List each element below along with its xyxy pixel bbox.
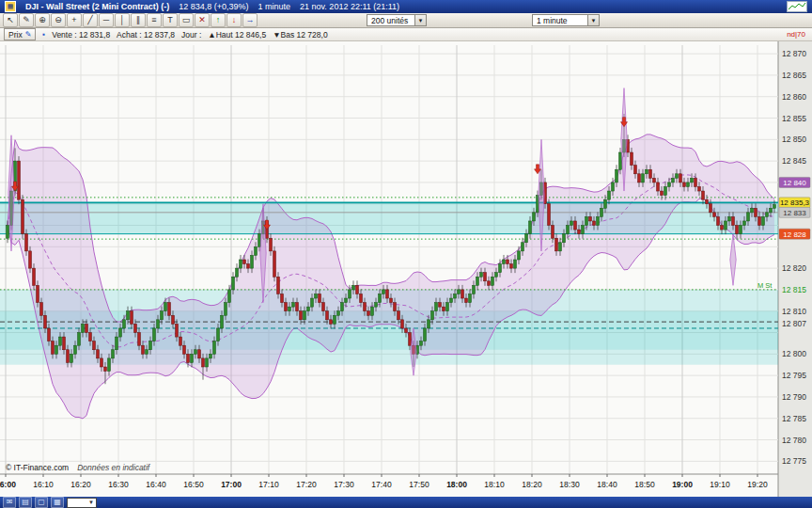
indicator-tag[interactable]: nd|70 <box>787 30 808 39</box>
svg-text:12 810: 12 810 <box>782 307 806 316</box>
chart-thumbnail-icon[interactable] <box>787 1 807 12</box>
bottom-taskbar: ✉▤▢▦ ▼ <box>0 497 812 508</box>
quote-achat: Achat : 12 837,8 <box>117 30 175 40</box>
svg-text:12 850: 12 850 <box>782 135 806 144</box>
tool-crosshair-icon[interactable]: + <box>67 13 82 27</box>
quote-bar: Prix ✎ ▪ Vente : 12 831,8 Achat : 12 837… <box>0 28 812 41</box>
svg-text:19:10: 19:10 <box>710 480 730 489</box>
price-scale-label: Prix <box>8 30 23 40</box>
quote-haut: ▲Haut 12 846,5 <box>208 30 266 40</box>
svg-text:12 795: 12 795 <box>782 371 806 380</box>
price-scale-button[interactable]: Prix ✎ <box>4 28 36 40</box>
quote-vente: Vente : 12 831,8 <box>52 30 110 40</box>
svg-text:12 845: 12 845 <box>782 156 806 166</box>
tool-delete-icon[interactable]: ✕ <box>195 13 210 27</box>
window-title-price: 12 834,8 (+0,39%) <box>179 2 248 11</box>
tool-horizontal-line-icon[interactable]: ─ <box>99 13 114 27</box>
units-dropdown[interactable]: 200 unités ▼ <box>367 14 427 26</box>
tool-fibonacci-icon[interactable]: ≡ <box>147 13 162 27</box>
quote-jour-label: Jour : <box>181 30 201 40</box>
svg-text:12 785: 12 785 <box>782 414 806 423</box>
window-titlebar: ▦ DJI - Wall Street (2 Mini Contract) (-… <box>0 0 812 13</box>
svg-text:17:20: 17:20 <box>296 480 317 489</box>
svg-text:16:10: 16:10 <box>33 480 54 489</box>
svg-text:12 860: 12 860 <box>782 92 806 102</box>
svg-text:12 833: 12 833 <box>783 209 806 217</box>
svg-text:12 840: 12 840 <box>783 179 806 187</box>
tool-step-forward-icon[interactable]: → <box>242 13 258 27</box>
svg-text:18:10: 18:10 <box>484 480 505 489</box>
svg-text:18:00: 18:00 <box>446 480 467 489</box>
svg-text:12 800: 12 800 <box>782 349 806 358</box>
tool-cursor-icon[interactable]: ↖ <box>3 13 18 27</box>
plot-background <box>0 41 812 497</box>
svg-text:17:30: 17:30 <box>334 480 354 489</box>
taskbar-icons-group: ✉▤▢▦ <box>3 497 64 508</box>
price-chart[interactable]: M St12 87012 86512 86012 85512 85012 845… <box>0 41 812 497</box>
svg-text:12 790: 12 790 <box>782 392 806 402</box>
svg-text:16:40: 16:40 <box>146 480 166 489</box>
svg-text:18:40: 18:40 <box>597 480 617 489</box>
trading-app-window: ▦ DJI - Wall Street (2 Mini Contract) (-… <box>0 0 812 508</box>
tool-vertical-line-icon[interactable]: │ <box>115 13 130 27</box>
app-icon: ▦ <box>5 1 16 12</box>
svg-text:16:00: 16:00 <box>0 480 16 489</box>
taskbar-chart-icon[interactable]: ▦ <box>51 497 64 508</box>
svg-text:18:20: 18:20 <box>522 480 542 489</box>
svg-text:16:30: 16:30 <box>108 480 129 489</box>
svg-text:16:50: 16:50 <box>183 480 204 489</box>
svg-text:19:00: 19:00 <box>672 480 693 489</box>
svg-text:12 780: 12 780 <box>782 436 806 445</box>
tool-zoom-out-icon[interactable]: ⊖ <box>51 13 66 27</box>
window-title-datetime: 21 nov. 2012 22:11 (21:11) <box>300 2 399 11</box>
svg-text:12 807: 12 807 <box>782 319 806 328</box>
svg-text:M St: M St <box>757 281 773 290</box>
chevron-down-icon: ▼ <box>587 15 599 25</box>
tool-eraser-icon[interactable]: ▭ <box>179 13 194 27</box>
svg-text:12 835,3: 12 835,3 <box>780 198 810 207</box>
svg-text:12 855: 12 855 <box>782 114 806 123</box>
tool-down-arrow-icon[interactable]: ↓ <box>226 13 242 27</box>
tool-zoom-in-icon[interactable]: ⊕ <box>35 13 50 27</box>
chevron-down-icon: ▼ <box>414 15 426 25</box>
svg-text:16:20: 16:20 <box>70 480 91 489</box>
svg-text:12 865: 12 865 <box>782 71 806 80</box>
pencil-icon: ✎ <box>25 30 32 39</box>
svg-text:17:40: 17:40 <box>371 480 392 489</box>
svg-text:12 775: 12 775 <box>782 456 806 466</box>
svg-text:17:50: 17:50 <box>409 480 429 489</box>
svg-text:18:30: 18:30 <box>559 480 580 489</box>
tool-up-arrow-icon[interactable]: ↑ <box>211 13 226 27</box>
quote-bas: ▼Bas 12 728,0 <box>273 30 328 40</box>
drawing-tools-group: ↖✎⊕⊖+╱─│∥≡T▭✕↑↓→ <box>3 13 258 27</box>
tool-parallel-lines-icon[interactable]: ∥ <box>131 13 146 27</box>
svg-text:17:10: 17:10 <box>258 480 279 489</box>
svg-text:12 828: 12 828 <box>783 230 806 239</box>
units-dropdown-value: 200 unités <box>371 16 408 25</box>
svg-text:17:00: 17:00 <box>221 480 242 489</box>
chevron-down-icon: ▼ <box>88 500 94 505</box>
tool-trend-line-icon[interactable]: ╱ <box>83 13 98 27</box>
svg-text:12 870: 12 870 <box>782 49 806 58</box>
svg-text:18:50: 18:50 <box>634 480 655 489</box>
taskbar-window-icon[interactable]: ▢ <box>35 497 48 508</box>
svg-text:19:20: 19:20 <box>747 480 768 489</box>
svg-text:12 820: 12 820 <box>782 263 806 273</box>
svg-text:12 815: 12 815 <box>782 285 806 294</box>
timeframe-dropdown-value: 1 minute <box>537 16 568 25</box>
timeframe-dropdown[interactable]: 1 minute ▼ <box>532 14 600 26</box>
tool-pencil-icon[interactable]: ✎ <box>19 13 34 27</box>
window-title-timeframe: 1 minute <box>258 2 290 11</box>
taskbar-mail-icon[interactable]: ✉ <box>3 497 16 508</box>
window-title-instrument: DJI - Wall Street (2 Mini Contract) (-) <box>25 2 169 11</box>
taskbar-print-icon[interactable]: ▤ <box>19 497 32 508</box>
taskbar-dropdown[interactable]: ▼ <box>67 498 97 508</box>
tool-text-icon[interactable]: T <box>163 13 178 27</box>
main-toolbar: ↖✎⊕⊖+╱─│∥≡T▭✕↑↓→ 200 unités ▼ 1 minute ▼ <box>0 13 812 28</box>
instrument-status-icon: ▪ <box>42 30 45 39</box>
